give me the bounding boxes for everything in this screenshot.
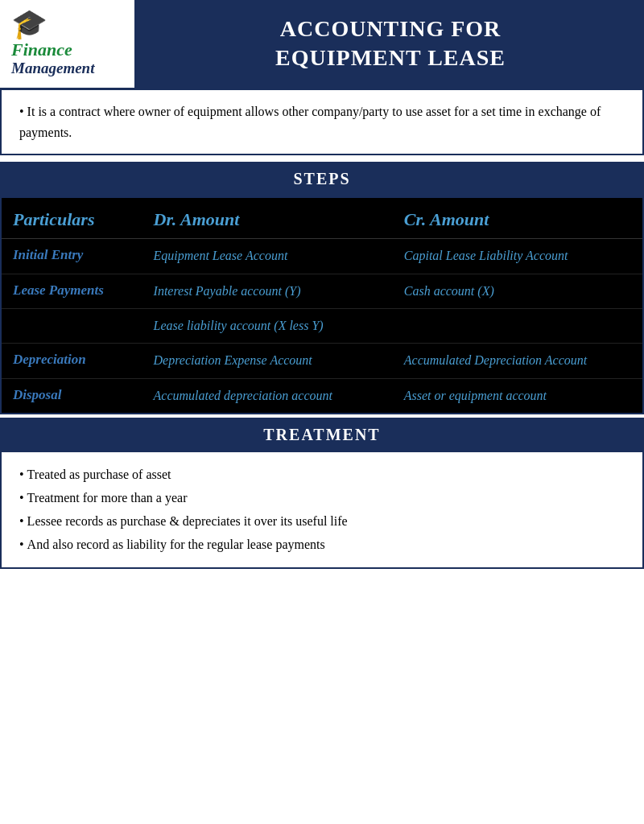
particular-label: Depreciation [13, 352, 86, 367]
particular-label: Disposal [13, 387, 61, 402]
treatment-item: And also record as liability for the reg… [19, 534, 625, 557]
cr-cell: Asset or equipment account [393, 378, 643, 414]
description-text: It is a contract where owner of equipmen… [19, 105, 601, 139]
logo-management-text: Management [11, 60, 94, 78]
table-row: DepreciationDepreciation Expense Account… [1, 344, 643, 378]
dr-cell: Interest Payable account (Y) [142, 274, 393, 308]
particular-cell [1, 308, 142, 343]
treatment-header: TREATMENT [0, 418, 644, 452]
dr-cell: Accumulated depreciation account [142, 378, 393, 414]
particular-label: Initial Entry [13, 247, 83, 262]
cr-text: Accumulated Depreciation Account [404, 353, 587, 367]
cr-text: Asset or equipment account [404, 389, 547, 402]
col-header-cr: Cr. Amount [393, 197, 643, 239]
dr-text: Depreciation Expense Account [154, 353, 312, 367]
cr-text: Cash account (X) [404, 284, 494, 298]
table-row: Initial EntryEquipment Lease AccountCapi… [1, 239, 643, 274]
logo-icon: 🎓 [11, 10, 47, 39]
particular-cell: Initial Entry [1, 239, 142, 274]
particular-label: Lease Payments [13, 282, 104, 298]
dr-text: Accumulated depreciation account [154, 389, 332, 402]
cr-cell: Capital Lease Liability Account [393, 239, 643, 274]
particular-cell: Depreciation [1, 344, 142, 378]
col-header-particulars: Particulars [1, 197, 142, 239]
table-row: DisposalAccumulated depreciation account… [1, 378, 643, 414]
title-area: ACCOUNTING FOR EQUIPMENT LEASE [137, 0, 644, 88]
dr-cell: Lease liability account (X less Y) [142, 308, 393, 343]
dr-text: Lease liability account (X less Y) [154, 319, 324, 332]
table-row: Lease PaymentsInterest Payable account (… [1, 274, 643, 308]
logo-area: 🎓 Finance Management [0, 0, 137, 88]
cr-cell [393, 308, 643, 343]
dr-text: Interest Payable account (Y) [154, 284, 301, 298]
dr-text: Equipment Lease Account [154, 249, 288, 262]
col-header-dr: Dr. Amount [142, 197, 393, 239]
particular-cell: Lease Payments [1, 274, 142, 308]
logo-finance-text: Finance [11, 40, 72, 60]
cr-cell: Cash account (X) [393, 274, 643, 308]
page-header: 🎓 Finance Management ACCOUNTING FOR EQUI… [0, 0, 644, 90]
treatment-item: Treatment for more than a year [19, 487, 625, 510]
main-title: ACCOUNTING FOR EQUIPMENT LEASE [275, 14, 506, 73]
dr-cell: Depreciation Expense Account [142, 344, 393, 378]
cr-text: Capital Lease Liability Account [404, 249, 568, 262]
steps-header: STEPS [0, 162, 644, 196]
treatment-box: Treated as purchase of assetTreatment fo… [0, 452, 644, 569]
dr-cell: Equipment Lease Account [142, 239, 393, 274]
description-box: It is a contract where owner of equipmen… [0, 90, 644, 155]
treatment-item: Treated as purchase of asset [19, 464, 625, 487]
steps-table: Particulars Dr. Amount Cr. Amount Initia… [0, 196, 644, 414]
cr-cell: Accumulated Depreciation Account [393, 344, 643, 378]
treatment-item: Lessee records as purchase & depreciates… [19, 510, 625, 534]
particular-cell: Disposal [1, 378, 142, 414]
table-row: Lease liability account (X less Y) [1, 308, 643, 343]
